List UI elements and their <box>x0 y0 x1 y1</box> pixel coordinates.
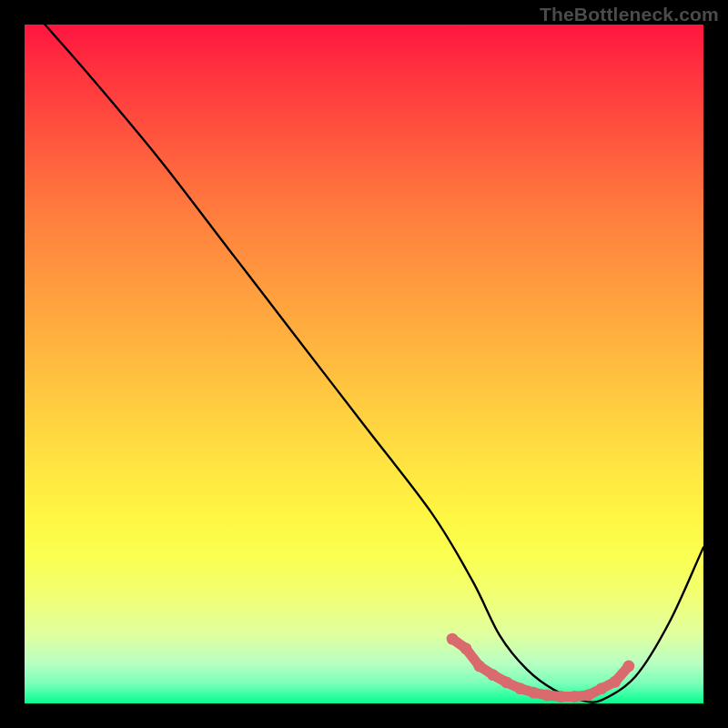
optimal-region-dot <box>487 669 499 681</box>
optimal-region-dot <box>473 661 485 672</box>
optimal-region-dot <box>528 687 540 699</box>
optimal-region-dot <box>610 676 622 688</box>
optimal-region-dot <box>555 691 567 703</box>
optimal-region-dot <box>569 691 581 703</box>
optimal-region-dot <box>596 682 608 694</box>
bottleneck-curve-path <box>45 25 703 703</box>
watermark-text: TheBottleneck.com <box>540 4 719 25</box>
optimal-region-dot <box>460 642 472 654</box>
chart-svg <box>25 25 703 703</box>
chart-frame: TheBottleneck.com <box>0 0 728 728</box>
optimal-region-dot <box>500 677 512 689</box>
optimal-region-dot <box>623 661 635 672</box>
optimal-region-dot <box>582 690 594 702</box>
optimal-region-dot <box>447 633 459 645</box>
optimal-region-dot <box>541 690 553 702</box>
optimal-region-marker <box>447 633 635 703</box>
plot-area <box>25 25 703 703</box>
optimal-region-dot <box>514 682 526 694</box>
